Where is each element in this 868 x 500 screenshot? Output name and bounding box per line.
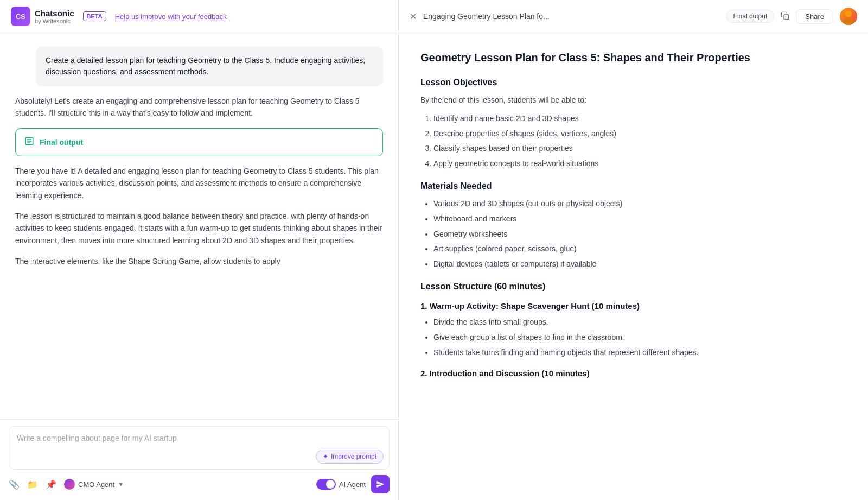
lesson-objectives-heading: Lesson Objectives [420,78,846,87]
toggle-knob [326,480,335,489]
logo-area: CS Chatsonic by Writesonic [11,7,74,26]
agent-label: CMO Agent [78,480,114,489]
chat-footer: Write a compelling about page for my AI … [0,419,398,500]
app-sub: by Writesonic [35,18,74,24]
ai-response-2: There you have it! A detailed and engagi… [15,165,383,201]
logo-icon: CS [11,7,30,26]
list-item: Describe properties of shapes (sides, ve… [433,128,846,141]
agent-selector-button[interactable]: CMO Agent ▼ [64,479,124,490]
agent-avatar [64,479,75,490]
ai-agent-toggle: AI Agent [316,479,366,490]
ai-agent-label: AI Agent [339,480,366,489]
list-item: Digital devices (tablets or computers) i… [433,258,846,271]
materials-heading: Materials Needed [420,181,846,191]
doc-title: Engaging Geometry Lesson Plan fo... [423,12,720,21]
list-item: Identify and name basic 2D and 3D shapes [433,112,846,125]
document-icon [24,136,34,148]
lesson-objectives-intro: By the end of this lesson, students will… [420,94,846,107]
list-item: Classify shapes based on their propertie… [433,142,846,155]
list-item: Give each group a list of shapes to find… [433,331,846,344]
list-item: Students take turns finding and naming o… [433,346,846,359]
clip-icon[interactable]: 📌 [46,479,56,490]
toolbar-left: 📎 📁 📌 CMO Agent ▼ [9,479,124,490]
left-panel: CS Chatsonic by Writesonic BETA Help us … [0,0,399,500]
right-content: Geometry Lesson Plan for Class 5: Shapes… [399,33,868,500]
attachment-icon[interactable]: 📎 [9,479,20,490]
right-panel: ✕ Engaging Geometry Lesson Plan fo... Fi… [399,0,868,500]
final-output-badge: Final output [726,10,775,23]
svg-point-5 [845,11,852,17]
ai-response-1: Absolutely! Let's create an engaging and… [15,95,383,119]
list-item: Various 2D and 3D shapes (cut-outs or ph… [433,198,846,211]
intro-heading: 2. Introduction and Discussion (10 minut… [420,369,846,378]
objectives-list: Identify and name basic 2D and 3D shapes… [420,112,846,170]
toolbar-right: AI Agent [316,475,390,493]
send-button[interactable] [371,475,390,493]
list-item: Art supplies (colored paper, scissors, g… [433,243,846,256]
list-item: Whiteboard and markers [433,213,846,226]
final-output-label: Final output [40,138,83,147]
close-button[interactable]: ✕ [410,11,417,22]
app-header: CS Chatsonic by Writesonic BETA Help us … [0,0,398,33]
lesson-structure-heading: Lesson Structure (60 minutes) [420,282,846,292]
chevron-down-icon: ▼ [118,481,124,488]
sparkle-icon: ✦ [323,453,328,460]
doc-main-title: Geometry Lesson Plan for Class 5: Shapes… [420,50,846,65]
list-item: Apply geometric concepts to real-world s… [433,157,846,170]
improve-prompt-label: Improve prompt [331,453,376,460]
svg-point-6 [843,18,854,25]
feedback-link[interactable]: Help us improve with your feedback [115,12,227,21]
final-output-card[interactable]: Final output [15,128,383,156]
folder-icon[interactable]: 📁 [27,479,38,490]
input-placeholder: Write a compelling about page for my AI … [17,434,177,442]
beta-badge: BETA [83,11,106,21]
app-name: Chatsonic [35,9,74,18]
user-message: Create a detailed lesson plan for teachi… [36,46,383,86]
list-item: Geometry worksheets [433,228,846,241]
ai-response-3: The lesson is structured to maintain a g… [15,210,383,246]
chat-content: Create a detailed lesson plan for teachi… [0,33,398,419]
materials-list: Various 2D and 3D shapes (cut-outs or ph… [420,198,846,271]
svg-rect-4 [784,15,789,20]
right-header: ✕ Engaging Geometry Lesson Plan fo... Fi… [399,0,868,33]
chat-input-box: Write a compelling about page for my AI … [9,426,390,470]
toggle-switch[interactable] [316,479,336,490]
warmup-heading: 1. Warm-up Activity: Shape Scavenger Hun… [420,301,846,311]
copy-button[interactable] [781,11,789,22]
logo-text: Chatsonic by Writesonic [35,9,74,24]
user-avatar [840,8,857,25]
toolbar-bar: 📎 📁 📌 CMO Agent ▼ AI Agent [9,475,390,493]
warmup-list: Divide the class into small groups. Give… [420,316,846,359]
share-button[interactable]: Share [796,9,833,24]
improve-prompt-button[interactable]: ✦ Improve prompt [316,450,384,464]
ai-response-4: The interactive elements, like the Shape… [15,255,383,267]
list-item: Divide the class into small groups. [433,316,846,329]
